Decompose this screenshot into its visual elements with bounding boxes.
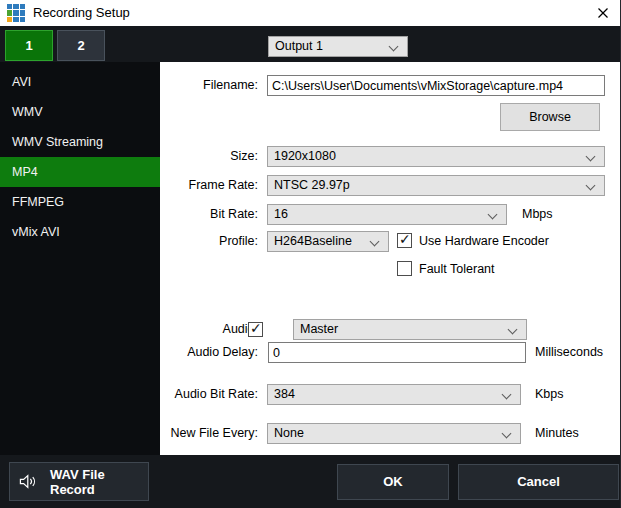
cancel-button[interactable]: Cancel: [458, 464, 619, 500]
filename-input[interactable]: [267, 75, 605, 96]
audio-bit-rate-select-value: 384: [274, 387, 295, 401]
new-file-every-unit: Minutes: [535, 423, 579, 444]
fault-tolerant-label: Fault Tolerant: [419, 261, 495, 277]
output-select[interactable]: Output 1: [268, 36, 408, 57]
close-icon[interactable]: [592, 3, 614, 23]
bit-rate-select-value: 16: [274, 207, 288, 221]
vmix-logo-icon: [7, 4, 25, 22]
new-file-every-select-value: None: [274, 426, 304, 440]
audio-bus-select[interactable]: Master: [293, 319, 527, 340]
browse-button[interactable]: Browse: [500, 103, 600, 131]
tab-recorder-2[interactable]: 2: [57, 30, 105, 61]
audio-delay-input[interactable]: [268, 342, 526, 363]
bit-rate-label: Bit Rate:: [160, 204, 258, 225]
wav-file-record-button[interactable]: WAV File Record: [9, 462, 149, 501]
title-bar: Recording Setup: [0, 0, 621, 26]
audio-delay-unit: Milliseconds: [535, 342, 603, 363]
bit-rate-select[interactable]: 16: [267, 204, 507, 225]
sidebar-item-vmix-avi[interactable]: vMix AVI: [0, 217, 160, 247]
size-select-value: 1920x1080: [274, 149, 336, 163]
size-label: Size:: [160, 146, 258, 167]
audio-bit-rate-select[interactable]: 384: [267, 384, 521, 405]
sidebar-item-avi[interactable]: AVI: [0, 67, 160, 97]
bit-rate-unit: Mbps: [522, 204, 553, 225]
use-hardware-encoder-checkbox[interactable]: [397, 233, 412, 248]
frame-rate-label: Frame Rate:: [160, 175, 258, 196]
speaker-icon: [18, 473, 37, 490]
audio-checkbox[interactable]: [248, 322, 263, 337]
sidebar-item-wmv[interactable]: WMV: [0, 97, 160, 127]
recording-setup-dialog: Recording Setup 1 2 Output 1 AVI WMV WMV…: [0, 0, 621, 508]
settings-panel: Filename: Browse Size: 1920x1080 Frame R…: [160, 62, 621, 455]
sidebar-item-mp4[interactable]: MP4: [0, 157, 160, 187]
ok-button[interactable]: OK: [337, 464, 449, 500]
audio-label: Audio:: [160, 319, 258, 340]
audio-bit-rate-unit: Kbps: [535, 384, 564, 405]
new-file-every-select[interactable]: None: [267, 423, 521, 444]
audio-bus-select-value: Master: [300, 322, 338, 336]
audio-delay-label: Audio Delay:: [160, 342, 258, 363]
size-select[interactable]: 1920x1080: [267, 146, 605, 167]
profile-select-value: H264Baseline: [274, 234, 352, 248]
use-hardware-encoder-label: Use Hardware Encoder: [419, 233, 549, 249]
tab-recorder-1[interactable]: 1: [5, 30, 53, 61]
sidebar-item-ffmpeg[interactable]: FFMPEG: [0, 187, 160, 217]
frame-rate-select-value: NTSC 29.97p: [274, 178, 350, 192]
window-title: Recording Setup: [33, 5, 130, 20]
sidebar-item-wmv-streaming[interactable]: WMV Streaming: [0, 127, 160, 157]
format-sidebar: AVI WMV WMV Streaming MP4 FFMPEG vMix AV…: [0, 62, 160, 455]
frame-rate-select[interactable]: NTSC 29.97p: [267, 175, 605, 196]
filename-label: Filename:: [160, 75, 258, 96]
audio-bit-rate-label: Audio Bit Rate:: [160, 384, 258, 405]
profile-label: Profile:: [160, 231, 258, 252]
wav-file-record-label: WAV File Record: [50, 467, 148, 497]
profile-select[interactable]: H264Baseline: [267, 231, 389, 252]
fault-tolerant-checkbox[interactable]: [397, 261, 412, 276]
output-select-value: Output 1: [275, 39, 323, 53]
new-file-every-label: New File Every:: [160, 423, 258, 444]
